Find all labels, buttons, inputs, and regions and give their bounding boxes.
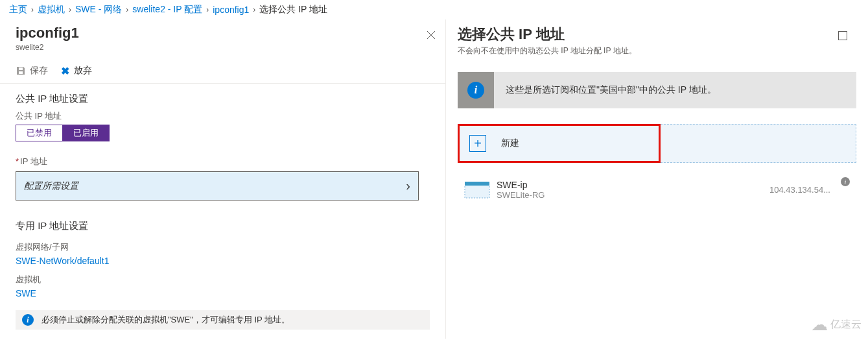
vm-link[interactable]: SWE: [16, 288, 430, 298]
public-ip-name: SWE-ip: [497, 180, 545, 190]
breadcrumb-vm[interactable]: 虚拟机: [38, 4, 65, 16]
private-ip-info-bar: i 必须停止或解除分配关联的虚拟机"SWE"，才可编辑专用 IP 地址。: [16, 310, 430, 330]
breadcrumb: 主页› 虚拟机› SWE - 网络› swelite2 - IP 配置› ipc…: [0, 0, 868, 19]
right-blade-subtitle: 不会向不在使用中的动态公共 IP 地址分配 IP 地址。: [458, 45, 846, 56]
public-ip-icon: [464, 181, 490, 199]
breadcrumb-network[interactable]: SWE - 网络: [75, 4, 122, 16]
svg-rect-0: [465, 185, 489, 198]
discard-button[interactable]: ✖ 放弃: [60, 65, 92, 77]
discard-label: 放弃: [74, 65, 92, 77]
info-icon[interactable]: i: [841, 177, 850, 186]
watermark: ☁ 亿速云: [811, 315, 862, 335]
vm-label: 虚拟机: [16, 274, 430, 285]
chevron-right-icon: ›: [31, 5, 34, 14]
blade-subtitle: swelite2: [16, 43, 430, 52]
breadcrumb-ipconfig-list[interactable]: swelite2 - IP 配置: [132, 4, 202, 16]
toggle-enabled[interactable]: 已启用: [62, 125, 110, 141]
close-button[interactable]: [426, 29, 436, 43]
public-ip-item[interactable]: SWE-ip SWELite-RG 104.43.134.54... i: [458, 172, 856, 208]
vnet-subnet-link[interactable]: SWE-NetWork/default1: [16, 256, 430, 266]
blade-title: ipconfig1: [16, 25, 430, 42]
chevron-right-icon: ›: [126, 5, 128, 14]
select-public-ip-blade: 选择公共 IP 地址 不会向不在使用中的动态公共 IP 地址分配 IP 地址。 …: [446, 19, 868, 339]
info-icon: i: [467, 82, 484, 99]
ip-address-label: *IP 地址: [16, 156, 430, 167]
cloud-icon: ☁: [811, 315, 828, 335]
ip-address-placeholder: 配置所需设置: [24, 180, 78, 192]
chevron-right-icon: ›: [206, 5, 209, 14]
close-icon: [426, 30, 436, 40]
breadcrumb-ipconfig1[interactable]: ipconfig1: [213, 5, 249, 15]
create-new-label: 新建: [496, 138, 519, 149]
public-ip-rg: SWELite-RG: [497, 190, 545, 200]
chevron-right-icon: ›: [69, 5, 71, 14]
create-new-extension: [661, 124, 856, 163]
public-ip-toggle[interactable]: 已禁用 已启用: [16, 125, 430, 141]
plus-icon: +: [469, 135, 486, 152]
toggle-disabled[interactable]: 已禁用: [16, 125, 62, 141]
private-ip-section-title: 专用 IP 地址设置: [16, 220, 430, 232]
create-new-button[interactable]: + 新建: [458, 124, 661, 163]
public-ip-section-title: 公共 IP 地址设置: [16, 93, 430, 105]
discard-icon: ✖: [60, 66, 70, 76]
vnet-subnet-label: 虚拟网络/子网: [16, 241, 430, 253]
save-button[interactable]: 保存: [16, 65, 48, 77]
subscription-info-text: 这些是所选订阅和位置"美国中部"中的公共 IP 地址。: [494, 84, 728, 96]
chevron-right-icon: ›: [406, 178, 410, 193]
breadcrumb-home[interactable]: 主页: [9, 4, 27, 16]
right-blade-title: 选择公共 IP 地址: [458, 25, 846, 44]
chevron-right-icon: ›: [253, 5, 255, 14]
public-ip-label: 公共 IP 地址: [16, 110, 430, 122]
info-icon: i: [22, 314, 34, 326]
toolbar: 保存 ✖ 放弃: [0, 58, 445, 84]
maximize-button[interactable]: [838, 31, 847, 40]
svg-rect-1: [465, 182, 489, 186]
subscription-info-bar: i 这些是所选订阅和位置"美国中部"中的公共 IP 地址。: [458, 72, 856, 108]
public-ip-address: 104.43.134.54...: [769, 185, 830, 195]
ipconfig-blade: ipconfig1 swelite2 保存 ✖ 放弃 公共 IP 地址设置 公共…: [0, 19, 446, 339]
breadcrumb-current: 选择公共 IP 地址: [259, 4, 327, 16]
save-label: 保存: [30, 65, 48, 77]
save-icon: [16, 66, 26, 76]
private-ip-info-text: 必须停止或解除分配关联的虚拟机"SWE"，才可编辑专用 IP 地址。: [41, 314, 290, 326]
ip-address-selector[interactable]: 配置所需设置 ›: [16, 171, 419, 200]
